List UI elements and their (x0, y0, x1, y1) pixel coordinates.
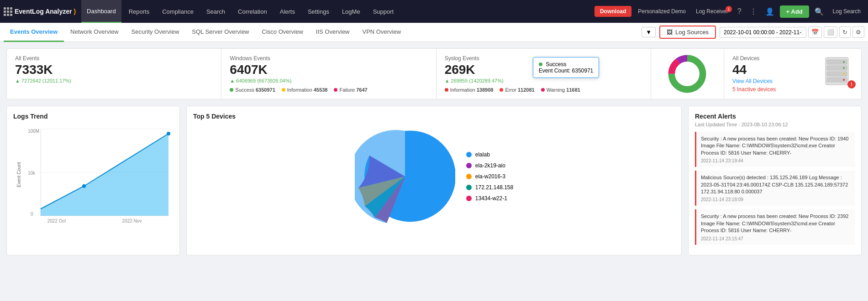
stat-all-events: All Events 7333K 7272642 (12011.17%) (7, 49, 221, 99)
tab-cisco-overview[interactable]: Cisco Overview (256, 23, 310, 42)
top-devices-panel: Top 5 Devices (186, 106, 682, 255)
legend-warning: Warning 11681 (541, 87, 580, 93)
alert-text-1: Security : A new process has been create… (701, 135, 850, 156)
svg-point-21 (82, 184, 86, 188)
server-icon: 🖼 (667, 29, 673, 36)
server-icon-area: ! (821, 55, 853, 88)
ellipsis-icon[interactable]: ⋮ (747, 5, 760, 18)
nav-settings[interactable]: Settings (302, 0, 335, 23)
windows-events-change: 6406969 (6673926.04%) (230, 78, 427, 83)
nav-compliance[interactable]: Compliance (157, 0, 199, 23)
nav-correlation[interactable]: Correlation (232, 0, 273, 23)
calendar-icon[interactable]: 📅 (808, 26, 822, 38)
syslog-events-change: 269855 (1420289.47%) (445, 78, 642, 83)
tab-sql-server-overview[interactable]: SQL Server Overview (185, 23, 255, 42)
pie-legend-ela-2k19: ela-2k19-aio (466, 162, 513, 169)
tab-network-overview[interactable]: Network Overview (64, 23, 125, 42)
svg-text:2022 Nov: 2022 Nov (122, 218, 142, 223)
tooltip-sub: Event Count: 6350971 (539, 67, 593, 74)
log-search-button[interactable]: Log Search (829, 6, 864, 17)
windows-events-value: 6407K (230, 63, 427, 76)
legend-failure: Failure 7647 (334, 87, 367, 93)
download-button[interactable]: Download (594, 6, 631, 17)
stat-donut (651, 49, 724, 99)
stat-syslog-events: Success Event Count: 6350971 Syslog Even… (437, 49, 651, 99)
bottom-row: Logs Trend 100M 10k 0 (6, 106, 862, 255)
nav-logme[interactable]: LogMe (337, 0, 366, 23)
nav-reports[interactable]: Reports (123, 0, 155, 23)
pie-legend-ela-w2016: ela-w2016-3 (466, 173, 513, 180)
user-icon[interactable]: 👤 (763, 5, 777, 18)
log-receiver-badge: 1 (726, 6, 732, 12)
second-nav: Events Overview Network Overview Securit… (0, 23, 868, 42)
logs-trend-chart: 100M 10k 0 (13, 125, 173, 225)
donut-chart (667, 53, 708, 94)
tab-events-overview[interactable]: Events Overview (4, 23, 64, 42)
help-icon[interactable]: ? (735, 5, 744, 17)
personalized-demo-button[interactable]: Personalized Demo (634, 6, 689, 17)
svg-text:0: 0 (31, 212, 33, 217)
pie-legend-ip-172: 172.21.148.158 (466, 184, 513, 191)
alert-item-2[interactable]: Malicious Source(s) detected : 135.125.2… (695, 171, 855, 206)
nav-search[interactable]: Search (201, 0, 231, 23)
more-tabs-button[interactable]: ▼ (642, 27, 656, 37)
tooltip-label: Success (546, 61, 566, 67)
tooltip-dot (539, 62, 542, 66)
svg-point-9 (843, 61, 845, 63)
log-receiver-button[interactable]: Log Receiver 1 (692, 6, 732, 17)
nav-alerts[interactable]: Alerts (274, 0, 300, 23)
gear-icon[interactable]: ⚙ (852, 26, 864, 38)
windows-events-legend: Success 6350971 Information 45538 Failur… (230, 87, 427, 93)
legend-error: Error 112081 (500, 87, 534, 93)
fullscreen-icon[interactable]: ⬜ (824, 26, 837, 38)
recent-alerts-title: Recent Alerts (695, 113, 855, 120)
svg-point-11 (843, 73, 845, 75)
stat-all-devices: All Devices 44 View All Devices 5 Inacti… (724, 49, 861, 99)
pie-legend-13434: 13434-w22-1 (466, 195, 513, 202)
tab-iis-overview[interactable]: IIS Overview (310, 23, 356, 42)
alert-exclamation: ! (847, 80, 856, 88)
svg-point-10 (843, 67, 845, 69)
refresh-icon[interactable]: ↻ (839, 26, 851, 38)
tooltip-box: Success Event Count: 6350971 (533, 57, 599, 78)
alert-item-1[interactable]: Security : A new process has been create… (695, 132, 855, 167)
date-range-input[interactable] (720, 27, 806, 38)
legend-success: Success 6350971 (230, 87, 275, 93)
tab-vpn-overview[interactable]: VPN Overview (356, 23, 408, 42)
search-icon[interactable]: 🔍 (812, 5, 826, 18)
logo: EventLog Analyzer ) (4, 7, 76, 16)
all-events-value: 7333K (15, 63, 213, 76)
top-devices-title: Top 5 Devices (193, 113, 675, 120)
stats-row: All Events 7333K 7272642 (12011.17%) Win… (6, 48, 862, 99)
alert-time-3: 2022-11-14 23:15:47 (701, 236, 850, 241)
svg-point-12 (843, 79, 845, 81)
alert-time-1: 2022-11-14 23:19:44 (701, 158, 850, 163)
syslog-events-legend: Information 138908 Error 112081 Warning … (445, 87, 642, 93)
pie-content: elalab ela-2k19-aio ela-w2016-3 172.21.1… (193, 122, 675, 231)
log-sources-button[interactable]: 🖼 Log Sources (659, 26, 716, 39)
stat-windows-events: Windows Events 6407K 6406969 (6673926.04… (221, 49, 436, 99)
alert-text-3: Security : A new process has been create… (701, 213, 850, 234)
top-nav: EventLog Analyzer ) Dashboard Reports Co… (0, 0, 868, 23)
trend-svg: 100M 10k 0 (13, 125, 173, 225)
nav-right-actions: Download Personalized Demo Log Receiver … (594, 5, 864, 18)
svg-text:Event Count: Event Count (16, 162, 21, 187)
tab-security-overview[interactable]: Security Overview (125, 23, 186, 42)
nav-support[interactable]: Support (368, 0, 400, 23)
svg-text:2022 Oct: 2022 Oct (47, 218, 66, 223)
add-button[interactable]: + Add (780, 5, 809, 18)
nav-dashboard[interactable]: Dashboard (81, 0, 121, 23)
svg-point-22 (167, 132, 170, 135)
legend-information: Information 45538 (282, 87, 328, 93)
alert-time-2: 2022-11-14 23:18:09 (701, 197, 850, 202)
windows-events-label: Windows Events (230, 55, 427, 62)
view-all-devices-link[interactable]: View All Devices (732, 78, 816, 84)
inactive-devices: 5 Inactive devices (732, 86, 816, 93)
pie-legend: elalab ela-2k19-aio ela-w2016-3 172.21.1… (466, 151, 513, 202)
all-devices-value: 44 (732, 63, 816, 76)
main-content: All Events 7333K 7272642 (12011.17%) Win… (0, 42, 868, 262)
legend-info: Information 138908 (445, 87, 494, 93)
grid-icon (4, 7, 12, 16)
app-name: EventLog Analyzer ) (15, 8, 76, 15)
alert-item-3[interactable]: Security : A new process has been create… (695, 209, 855, 244)
